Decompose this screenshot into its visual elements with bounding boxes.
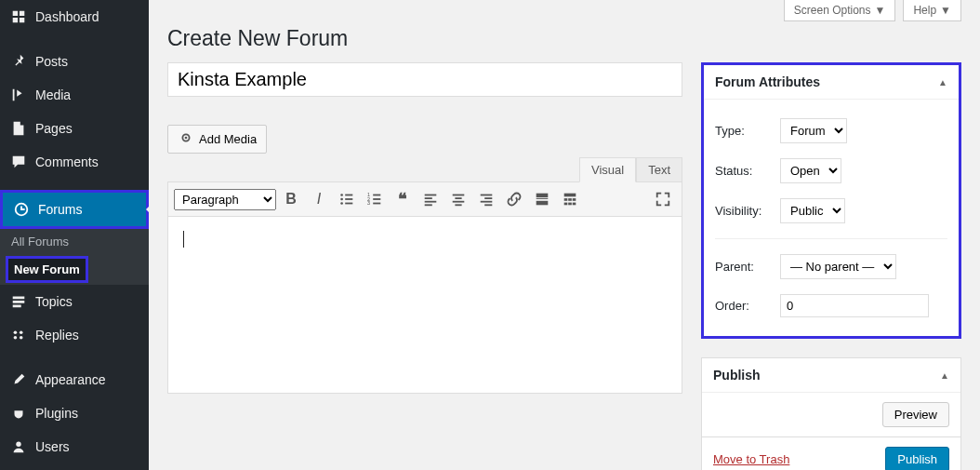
svg-rect-32 [536,194,549,198]
svg-rect-26 [453,201,465,203]
sidebar-sub-new-forum[interactable]: New Forum [8,259,86,280]
plug-icon [9,404,28,423]
italic-button[interactable]: I [306,186,332,212]
svg-rect-40 [568,203,572,206]
quote-button[interactable]: ❝ [390,186,416,212]
text-tab[interactable]: Text [636,157,682,182]
sidebar-item-posts[interactable]: Posts [0,45,149,78]
metabox-heading[interactable]: Forum Attributes ▲ [704,65,959,100]
sidebar-item-plugins[interactable]: Plugins [0,396,149,430]
number-list-button[interactable]: 123 [362,186,388,212]
sidebar-label: Media [35,87,71,102]
user-icon [9,437,28,456]
bullet-list-button[interactable] [334,186,360,212]
order-input[interactable] [780,294,929,317]
preview-button[interactable]: Preview [882,402,949,427]
sidebar-label: Plugins [35,406,78,421]
svg-rect-22 [425,201,437,203]
page-icon [9,119,28,138]
sidebar-item-forums[interactable]: Forums [3,193,146,226]
help-tab[interactable]: Help▼ [903,0,961,21]
publish-button[interactable]: Publish [885,447,949,470]
editor-body[interactable] [167,217,682,394]
visibility-label: Visibility: [715,204,780,218]
comment-icon [9,153,28,171]
admin-sidebar: Dashboard Posts Media Pages Comments For… [0,0,149,470]
svg-text:3: 3 [367,200,370,206]
sidebar-item-dashboard[interactable]: Dashboard [0,0,149,34]
svg-point-1 [14,331,18,335]
sidebar-label: Posts [35,54,68,69]
status-select[interactable]: Open [780,158,841,183]
visual-tab[interactable]: Visual [579,157,636,182]
svg-rect-33 [536,198,549,199]
readmore-button[interactable] [529,186,555,212]
sidebar-item-topics[interactable]: Topics [0,285,149,318]
align-center-button[interactable] [445,186,471,212]
sidebar-item-replies[interactable]: Replies [0,318,149,352]
forum-icon [12,200,31,219]
status-label: Status: [715,164,780,178]
sidebar-item-users[interactable]: Users [0,430,149,463]
svg-rect-28 [481,195,493,196]
metabox-heading[interactable]: Publish ▲ [702,358,960,393]
align-right-button[interactable] [473,186,499,212]
chevron-up-icon[interactable]: ▲ [940,370,949,381]
toolbar-toggle-button[interactable] [557,186,583,212]
svg-point-5 [16,442,20,447]
svg-rect-23 [425,204,432,206]
fullscreen-button[interactable] [650,186,676,212]
sidebar-item-pages[interactable]: Pages [0,112,149,145]
media-icon [9,86,28,104]
bold-button[interactable]: B [278,186,304,212]
svg-rect-21 [425,197,432,199]
forum-attributes-metabox: Forum Attributes ▲ Type: Forum Status: O… [701,62,961,339]
svg-rect-27 [455,204,461,206]
sidebar-label: Dashboard [35,9,99,24]
parent-select[interactable]: — No parent — [780,254,896,279]
chevron-up-icon[interactable]: ▲ [938,77,947,87]
move-to-trash-link[interactable]: Move to Trash [713,452,789,466]
type-select[interactable]: Forum [780,118,847,143]
type-label: Type: [715,124,780,138]
topic-icon [9,292,28,311]
svg-rect-19 [373,203,380,205]
svg-rect-24 [453,195,465,196]
screen-options-tab[interactable]: Screen Options▼ [784,0,896,21]
svg-rect-29 [484,197,492,199]
svg-rect-25 [455,197,461,199]
add-media-button[interactable]: Add Media [167,125,267,154]
svg-point-2 [20,331,23,335]
sidebar-label: Pages [35,121,73,136]
svg-point-4 [20,336,23,340]
sidebar-item-media[interactable]: Media [0,78,149,112]
sidebar-label: Users [35,439,70,454]
sidebar-sub-all-forums[interactable]: All Forums [0,229,149,254]
sidebar-label: Appearance [35,372,106,387]
visibility-select[interactable]: Public [780,198,845,223]
svg-point-12 [340,202,343,205]
sidebar-label: Comments [35,154,99,169]
sidebar-submenu: All Forums New Forum [0,229,149,285]
svg-rect-37 [568,198,572,201]
brush-icon [9,370,28,389]
svg-rect-9 [345,195,352,196]
forum-title-input[interactable] [167,62,682,97]
link-button[interactable] [501,186,527,212]
page-title: Create New Forum [167,26,961,51]
parent-label: Parent: [715,260,780,274]
sidebar-item-tools[interactable]: Tools [0,463,149,470]
media-icon [178,129,194,149]
align-left-button[interactable] [417,186,444,212]
svg-point-8 [340,194,343,196]
chevron-down-icon: ▼ [875,4,886,17]
paragraph-select[interactable]: Paragraph [174,189,276,210]
editor-toolbar: Paragraph B I 123 ❝ [167,181,682,217]
sidebar-item-comments[interactable]: Comments [0,145,149,179]
svg-rect-30 [481,201,493,203]
svg-rect-41 [573,203,576,206]
dashboard-icon [9,7,28,26]
sidebar-item-appearance[interactable]: Appearance [0,363,149,396]
svg-rect-15 [373,195,380,196]
svg-rect-31 [484,204,492,206]
